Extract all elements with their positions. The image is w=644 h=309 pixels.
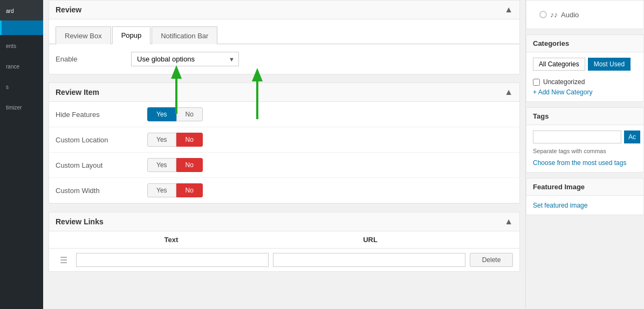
sidebar-item-active[interactable] [0,20,43,35]
featured-image-header: Featured Image [526,178,643,196]
link-url-input[interactable] [273,253,465,267]
enable-label: Enable [56,55,120,63]
custom-width-no[interactable]: No [176,183,203,197]
featured-image-title: Featured Image [533,183,585,191]
tab-notification-bar[interactable]: Notification Bar [152,26,217,44]
main-content: Review ▲ Review Box Popup Notification B… [43,0,525,309]
col-action [470,236,513,244]
review-item-panel: Review Item ▲ Hide Features Yes No Custo… [49,83,520,204]
audio-radio[interactable] [539,11,547,18]
uncategorized-row: Uncategorized [533,76,637,88]
add-category-link[interactable]: + Add New Category [533,88,592,96]
tags-title: Tags [533,112,549,120]
tags-panel: Tags Ac Separate tags with commas Choose… [526,107,644,173]
review-links-collapse-icon[interactable]: ▲ [504,217,513,226]
review-item-collapse-icon[interactable]: ▲ [504,87,513,97]
tab-review-box[interactable]: Review Box [56,26,111,44]
hide-features-no[interactable]: No [176,107,203,121]
categories-title: Categories [533,39,569,47]
sidebar-item-s[interactable]: s [0,76,43,97]
set-featured-image-link[interactable]: Set featured image [533,202,587,209]
custom-location-label: Custom Location [56,136,136,144]
tags-hint: Separate tags with commas [533,148,637,154]
custom-layout-label: Custom Layout [56,161,136,169]
review-panel-title: Review [56,5,81,14]
sidebar-item-optimizer[interactable]: timizer [0,97,43,117]
review-item-title: Review Item [56,88,99,97]
uncategorized-checkbox[interactable] [533,79,540,86]
col-url: URL [271,236,470,244]
audio-panel-body: ♪♪ Audio [526,1,643,29]
link-text-input[interactable] [76,253,269,267]
drag-handle-icon[interactable]: ☰ [56,255,72,265]
custom-layout-yes[interactable]: Yes [147,158,176,172]
sidebar: ard ents rance s timizer [0,0,43,309]
custom-location-no[interactable]: No [176,133,203,147]
hide-features-label: Hide Features [56,111,136,119]
enable-row: Enable Use global options Enable Disable… [49,44,519,74]
review-collapse-icon[interactable]: ▲ [504,5,513,15]
col-drag [56,236,72,244]
hide-features-toggle: Yes No [147,107,203,121]
review-links-title: Review Links [56,217,104,226]
tags-body: Ac Separate tags with commas Choose from… [526,125,643,172]
links-table-header: Text URL [49,231,519,249]
enable-select[interactable]: Use global options Enable Disable [131,52,239,66]
custom-width-toggle: Yes No [147,183,203,197]
review-panel-header: Review ▲ [49,1,519,19]
review-tabs: Review Box Popup Notification Bar [49,19,519,44]
audio-row: ♪♪ Audio [533,6,637,23]
enable-select-wrapper: Use global options Enable Disable ▼ [131,52,239,66]
featured-image-body: Set featured image [526,196,643,215]
categories-panel: Categories All Categories Most Used Unca… [526,35,644,102]
category-tabs: All Categories Most Used [533,58,637,71]
hide-features-yes[interactable]: Yes [147,107,176,121]
audio-panel: ♪♪ Audio [526,0,644,29]
tags-header: Tags [526,108,643,125]
uncategorized-label: Uncategorized [543,78,585,86]
categories-body: All Categories Most Used Uncategorized +… [526,52,643,101]
audio-music-icon: ♪♪ [550,10,558,19]
custom-width-row: Custom Width Yes No [49,178,519,203]
tab-most-used[interactable]: Most Used [588,58,631,71]
review-panel: Review ▲ Review Box Popup Notification B… [49,0,520,74]
sidebar-item-dashboard[interactable]: ard [0,0,43,20]
custom-width-yes[interactable]: Yes [147,183,176,197]
tags-input-row: Ac [533,131,637,143]
hide-features-row: Hide Features Yes No [49,102,519,127]
audio-label: Audio [561,11,579,19]
tab-all-categories[interactable]: All Categories [533,58,585,71]
col-text: Text [72,236,271,244]
featured-image-panel: Featured Image Set featured image [526,178,644,215]
custom-location-row: Custom Location Yes No [49,127,519,153]
sidebar-item-events[interactable]: ents [0,35,43,56]
add-tag-button[interactable]: Ac [624,131,640,143]
choose-tags-link[interactable]: Choose from the most used tags [533,159,626,167]
tab-popup[interactable]: Popup [112,26,151,44]
custom-layout-toggle: Yes No [147,158,203,172]
review-links-header: Review Links ▲ [49,212,519,231]
custom-location-yes[interactable]: Yes [147,133,176,147]
review-item-panel-header: Review Item ▲ [49,83,519,102]
custom-layout-row: Custom Layout Yes No [49,153,519,178]
custom-location-toggle: Yes No [147,133,203,147]
categories-header: Categories [526,35,643,52]
custom-width-label: Custom Width [56,187,136,195]
sidebar-item-appearance[interactable]: rance [0,56,43,76]
table-row: ☰ Delete [49,249,519,271]
custom-layout-no[interactable]: No [176,158,203,172]
delete-button[interactable]: Delete [470,253,513,267]
right-sidebar: ♪♪ Audio Categories All Categories Most … [525,0,644,309]
tags-input[interactable] [533,131,621,143]
review-links-panel: Review Links ▲ Text URL ☰ Delete [49,212,520,272]
